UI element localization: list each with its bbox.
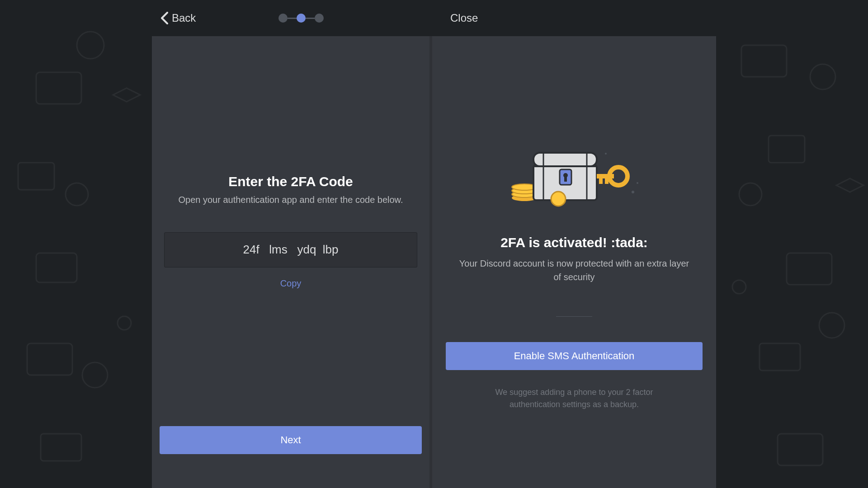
next-button[interactable]: Next [160, 426, 422, 454]
treasure-chest-icon [506, 145, 642, 208]
svg-rect-32 [597, 174, 614, 178]
svg-rect-9 [741, 45, 787, 77]
step-indicator [278, 14, 324, 23]
back-label: Back [172, 12, 196, 24]
copy-button[interactable]: Copy [280, 278, 302, 289]
step-dot-2 [297, 14, 306, 23]
svg-point-15 [819, 313, 844, 338]
svg-rect-13 [787, 253, 832, 285]
step-connector [306, 18, 315, 19]
activated-title: 2FA is activated! :tada: [500, 235, 648, 250]
code-input[interactable] [164, 232, 417, 267]
right-panel: 2FA is activated! :tada: Your Discord ac… [432, 36, 716, 488]
svg-point-30 [551, 192, 566, 206]
sms-hint: We suggest adding a phone to your 2 fact… [475, 386, 674, 411]
svg-point-6 [82, 362, 108, 388]
svg-point-3 [66, 183, 88, 206]
modal-header: Back Close [152, 0, 716, 36]
svg-rect-0 [36, 72, 81, 104]
svg-rect-8 [118, 316, 131, 330]
svg-point-37 [605, 153, 607, 155]
svg-rect-27 [564, 176, 567, 182]
step-connector [288, 18, 297, 19]
close-button[interactable]: Close [450, 12, 478, 24]
step-dot-3 [315, 14, 324, 23]
svg-rect-4 [36, 253, 77, 282]
svg-point-35 [632, 191, 634, 193]
svg-rect-11 [769, 136, 805, 163]
svg-point-36 [637, 182, 638, 184]
svg-rect-16 [778, 434, 823, 465]
svg-point-12 [739, 183, 762, 206]
svg-rect-34 [605, 178, 609, 184]
svg-rect-17 [732, 280, 746, 294]
right-content: 2FA is activated! :tada: Your Discord ac… [444, 36, 704, 411]
svg-rect-33 [599, 178, 603, 184]
enter-code-subtitle: Open your authentication app and enter t… [178, 195, 403, 205]
svg-rect-14 [760, 343, 800, 371]
svg-rect-5 [27, 343, 72, 375]
enter-code-title: Enter the 2FA Code [228, 174, 353, 189]
svg-point-10 [810, 64, 835, 89]
svg-rect-2 [18, 163, 54, 190]
step-dot-1 [278, 14, 288, 23]
activated-subtitle: Your Discord account is now protected wi… [457, 257, 692, 284]
enable-sms-button[interactable]: Enable SMS Authentication [446, 342, 703, 370]
left-content: Enter the 2FA Code Open your authenticat… [165, 36, 416, 426]
svg-rect-7 [41, 434, 81, 461]
panels: Enter the 2FA Code Open your authenticat… [152, 36, 716, 488]
svg-point-1 [77, 32, 104, 59]
divider [556, 316, 592, 317]
back-button[interactable]: Back [161, 12, 196, 24]
chevron-left-icon [161, 12, 168, 24]
modal-container: Back Close Enter the 2FA Code Open your … [152, 0, 716, 488]
left-panel: Enter the 2FA Code Open your authenticat… [152, 36, 432, 488]
